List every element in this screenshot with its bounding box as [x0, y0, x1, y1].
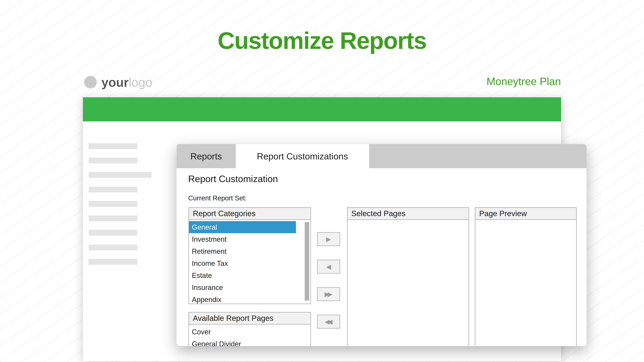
page-preview-body — [475, 220, 576, 221]
page-preview-panel: Page Preview — [475, 207, 577, 346]
report-categories-listbox: Report Categories General Investment Ret… — [188, 207, 311, 304]
report-categories-header: Report Categories — [189, 208, 310, 220]
move-right-button[interactable]: ▶ — [317, 232, 340, 246]
scrollbar-thumb[interactable] — [305, 222, 309, 301]
list-item-estate[interactable]: Estate — [189, 269, 310, 281]
tab-reports-label: Reports — [190, 151, 222, 161]
list-item-appendix[interactable]: Appendix — [189, 294, 310, 306]
move-all-right-button[interactable]: ▶▶ — [317, 287, 340, 301]
logo-circle-icon — [84, 76, 97, 88]
logo-text-bold: your — [102, 75, 128, 89]
tab-report-customizations[interactable]: Report Customizations — [236, 144, 369, 168]
placeholder-bar — [89, 259, 137, 265]
selected-pages-panel: Selected Pages — [347, 207, 469, 346]
placeholder-bar — [89, 230, 137, 236]
report-categories-list: General Investment Retirement Income Tax… — [189, 220, 310, 306]
placeholder-bar — [89, 143, 137, 149]
placeholder-bar — [89, 158, 137, 163]
placeholder-bar — [89, 216, 137, 221]
report-customization-window: Reports Report Customizations Report Cus… — [176, 144, 586, 346]
selected-pages-list — [348, 220, 468, 221]
screenshot-canvas: Customize Reports yourlogo Moneytree Pla… — [0, 0, 644, 362]
available-report-pages-header: Available Report Pages — [189, 313, 310, 325]
list-item-investment[interactable]: Investment — [189, 233, 310, 245]
double-arrow-right-icon: ▶▶ — [325, 291, 331, 298]
placeholder-bar — [89, 187, 137, 193]
arrow-right-icon: ▶ — [326, 235, 329, 243]
tab-bar: Reports Report Customizations — [176, 144, 586, 168]
placeholder-bar — [89, 245, 137, 250]
available-report-pages-listbox: Available Report Pages Cover General Div… — [188, 312, 311, 346]
list-item-cover[interactable]: Cover — [189, 326, 310, 338]
placeholder-bar — [89, 172, 152, 178]
move-left-button[interactable]: ◀ — [317, 260, 340, 274]
current-report-set-label: Current Report Set: — [188, 194, 247, 202]
page-title: Customize Reports — [0, 27, 644, 54]
page-banner — [83, 97, 561, 121]
double-arrow-left-icon: ◀◀ — [325, 318, 331, 325]
plan-name: Moneytree Plan — [486, 75, 561, 87]
list-item-retirement[interactable]: Retirement — [189, 245, 310, 257]
list-item-general-divider[interactable]: General Divider — [189, 338, 310, 346]
list-item-insurance[interactable]: Insurance — [189, 281, 310, 294]
list-item-income-tax[interactable]: Income Tax — [189, 257, 310, 269]
tab-reports[interactable]: Reports — [176, 144, 236, 168]
placeholder-bar — [89, 201, 137, 207]
tab-report-customizations-label: Report Customizations — [257, 151, 348, 161]
selected-pages-header: Selected Pages — [348, 208, 468, 220]
available-report-pages-list: Cover General Divider — [189, 325, 310, 346]
logo-text-light: logo — [128, 75, 152, 89]
list-item-general[interactable]: General — [189, 221, 296, 233]
move-all-left-button[interactable]: ◀◀ — [317, 315, 340, 329]
page-preview-header: Page Preview — [475, 208, 576, 220]
logo-text: yourlogo — [102, 74, 152, 90]
dialog-heading: Report Customization — [188, 173, 278, 184]
arrow-left-icon: ◀ — [326, 263, 329, 270]
